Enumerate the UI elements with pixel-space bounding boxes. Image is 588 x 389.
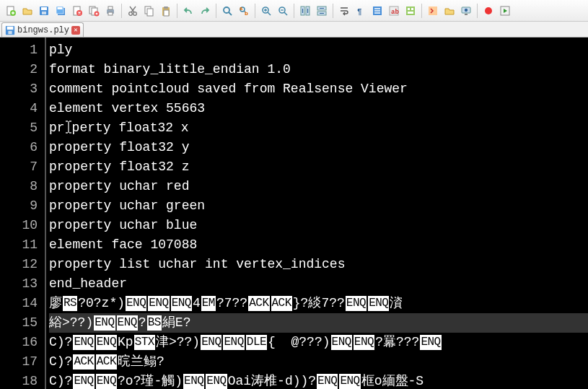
sync-h-icon[interactable] <box>314 3 330 19</box>
svg-rect-19 <box>147 9 153 16</box>
control-char-token: ENQ <box>420 335 441 350</box>
svg-point-43 <box>465 8 468 11</box>
folder-icon[interactable] <box>442 3 457 19</box>
svg-rect-14 <box>108 6 113 9</box>
control-char-token: ENQ <box>331 335 352 350</box>
code-line: property uchar green <box>49 196 588 216</box>
control-char-token: EM <box>201 296 216 311</box>
line-number: 12 <box>0 255 38 274</box>
find-icon[interactable] <box>219 3 235 19</box>
zoom-in-icon[interactable] <box>258 3 274 19</box>
open-file-icon[interactable] <box>19 3 35 19</box>
paste-icon[interactable] <box>158 3 174 19</box>
svg-point-16 <box>129 12 133 15</box>
code-line: C)?ENQENQKpSTX津>??)ENQENQDLE{ @???)ENQEN… <box>49 333 588 352</box>
redo-icon[interactable] <box>197 3 213 19</box>
toolbar-separator <box>216 4 216 18</box>
line-number: 11 <box>0 235 38 255</box>
control-char-token: ENQ <box>73 374 94 389</box>
code-editor[interactable]: 123456789101112131415161718 plyformat bi… <box>0 38 588 389</box>
close-all-icon[interactable] <box>86 3 102 19</box>
new-file-icon[interactable] <box>3 3 19 19</box>
control-char-token: ACK <box>96 354 117 370</box>
code-line: property list uchar int vertex_indices <box>49 255 588 274</box>
copy-icon[interactable] <box>141 3 157 19</box>
main-toolbar: ba¶ab <box>0 0 588 22</box>
svg-text:b: b <box>245 10 248 17</box>
toolbar-separator <box>177 4 177 18</box>
code-content[interactable]: plyformat binary_little_endian 1.0commen… <box>46 38 588 389</box>
undo-icon[interactable] <box>180 3 196 19</box>
control-char-token: DLE <box>246 335 267 350</box>
cut-icon[interactable] <box>125 3 141 19</box>
code-line: comment pointcloud saved from Realsense … <box>49 79 588 99</box>
code-line: 廖RS?0?z*)ENQENQENQ4EM?7??ACKACK}?緂7??ENQ… <box>49 294 588 313</box>
code-line: C)?ENQENQ?o?瑾-觸)ENQENQOai涛椎-d))?ENQENQ框o… <box>49 372 588 389</box>
tab-filename: bingws.ply <box>17 25 69 35</box>
monitor-icon[interactable] <box>458 3 474 19</box>
line-number: 7 <box>0 157 38 177</box>
svg-point-45 <box>485 7 492 14</box>
toolbar-separator <box>333 4 333 18</box>
tab-close-icon[interactable]: ✕ <box>71 26 80 35</box>
control-char-token: ACK <box>271 296 292 311</box>
save-all-icon[interactable] <box>53 3 69 19</box>
control-char-token: ENQ <box>368 296 389 311</box>
svg-rect-40 <box>408 12 413 14</box>
line-number: 5 <box>0 118 38 138</box>
control-char-token: ENQ <box>126 296 146 311</box>
lang-icon[interactable]: ab <box>386 3 402 19</box>
line-number: 2 <box>0 60 38 79</box>
zoom-out-icon[interactable] <box>275 3 291 19</box>
toolbar-separator <box>477 4 478 18</box>
svg-rect-48 <box>7 26 14 29</box>
play-macro-icon[interactable] <box>497 3 513 19</box>
control-char-token: ENQ <box>206 374 227 389</box>
doc-map-icon[interactable] <box>403 3 418 19</box>
control-char-token: ENQ <box>148 296 169 311</box>
code-line: element face 107088 <box>49 235 588 255</box>
record-icon[interactable] <box>481 3 496 19</box>
control-char-token: BS <box>147 315 162 331</box>
control-char-token: STX <box>134 335 155 350</box>
print-icon[interactable] <box>102 3 118 19</box>
code-line: 綌>??)ENQENQ?BS絹E? <box>49 313 588 333</box>
control-char-token: ACK <box>73 354 94 370</box>
svg-rect-7 <box>58 7 63 9</box>
save-icon[interactable] <box>36 3 52 19</box>
indent-guide-icon[interactable] <box>369 3 385 19</box>
control-char-token: ENQ <box>354 335 374 350</box>
close-icon[interactable] <box>69 3 85 19</box>
control-char-token: ENQ <box>223 335 244 350</box>
toolbar-separator <box>121 4 122 18</box>
svg-rect-21 <box>164 6 168 9</box>
line-number: 8 <box>0 177 38 196</box>
code-line: property uchar red <box>49 177 588 196</box>
line-number: 3 <box>0 79 38 99</box>
code-line: format binary_little_endian 1.0 <box>49 60 588 79</box>
file-tab[interactable]: bingws.ply ✕ <box>1 22 84 37</box>
toolbar-separator <box>255 4 255 18</box>
wrap-icon[interactable] <box>336 3 352 19</box>
control-char-token: ENQ <box>117 315 138 331</box>
control-char-token: ENQ <box>171 296 192 311</box>
text-caret <box>65 121 72 140</box>
line-number: 16 <box>0 333 38 352</box>
code-line: property float32 z <box>49 157 588 177</box>
control-char-token: ENQ <box>201 335 221 350</box>
svg-rect-38 <box>408 8 410 10</box>
control-char-token: ENQ <box>339 374 360 389</box>
svg-rect-49 <box>8 30 12 33</box>
svg-text:¶: ¶ <box>357 7 362 16</box>
func-list-icon[interactable] <box>425 3 441 19</box>
line-number: 17 <box>0 352 38 372</box>
sync-v-icon[interactable] <box>297 3 313 19</box>
tab-bar: bingws.ply ✕ <box>0 22 588 38</box>
show-all-chars-icon[interactable]: ¶ <box>353 3 369 19</box>
control-char-token: ENQ <box>94 315 115 331</box>
line-number: 14 <box>0 294 38 313</box>
replace-icon[interactable]: ba <box>236 3 252 19</box>
svg-rect-37 <box>406 6 415 15</box>
line-number-gutter: 123456789101112131415161718 <box>0 38 46 389</box>
control-char-token: ENQ <box>317 374 338 389</box>
